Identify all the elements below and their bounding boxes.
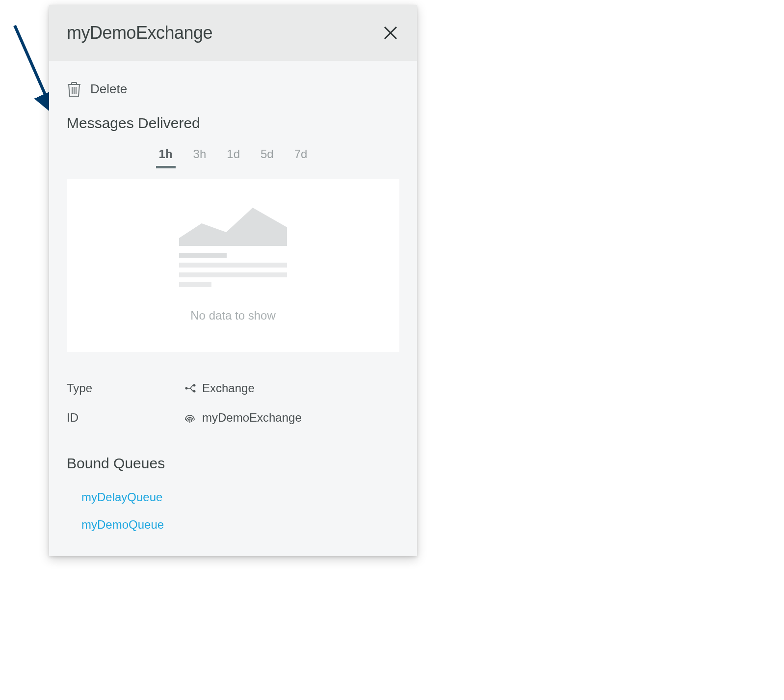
close-button[interactable] — [382, 24, 399, 42]
delete-label: Delete — [90, 81, 127, 97]
svg-marker-11 — [179, 208, 287, 246]
tab-1h[interactable]: 1h — [156, 145, 176, 168]
panel-header: myDemoExchange — [49, 5, 417, 61]
svg-line-1 — [15, 26, 52, 110]
svg-point-12 — [185, 387, 188, 390]
chart-empty-text: No data to show — [190, 309, 275, 323]
id-value: myDemoExchange — [202, 411, 302, 425]
fingerprint-icon — [184, 411, 195, 424]
id-label: ID — [67, 411, 184, 425]
tab-5d[interactable]: 5d — [258, 145, 277, 168]
exchange-icon — [184, 383, 196, 393]
svg-point-13 — [193, 384, 196, 387]
svg-point-14 — [193, 390, 196, 393]
time-range-tabs: 1h 3h 1d 5d 7d — [67, 145, 399, 168]
details-panel: myDemoExchange Delete Messages Delivered — [49, 5, 417, 556]
chart-placeholder-icon — [179, 204, 287, 246]
messages-section-title: Messages Delivered — [67, 115, 399, 132]
chart-empty-placeholder — [179, 204, 287, 287]
tab-7d[interactable]: 7d — [291, 145, 311, 168]
tab-3h[interactable]: 3h — [190, 145, 209, 168]
tab-1d[interactable]: 1d — [224, 145, 243, 168]
type-label: Type — [67, 381, 184, 395]
detail-row-type: Type Exchange — [67, 374, 399, 403]
bound-queue-link[interactable]: myDelayQueue — [67, 484, 399, 511]
bound-queues-title: Bound Queues — [67, 455, 399, 472]
bound-queue-link[interactable]: myDemoQueue — [67, 511, 399, 538]
panel-title: myDemoExchange — [67, 23, 212, 43]
delete-button[interactable]: Delete — [67, 61, 399, 115]
detail-row-id: ID myDemoExchange — [67, 403, 399, 432]
type-value: Exchange — [202, 381, 255, 395]
trash-icon — [67, 81, 81, 97]
panel-body: Delete Messages Delivered 1h 3h 1d 5d 7d — [49, 61, 417, 556]
chart-card: No data to show — [67, 179, 399, 352]
close-icon — [383, 26, 398, 40]
